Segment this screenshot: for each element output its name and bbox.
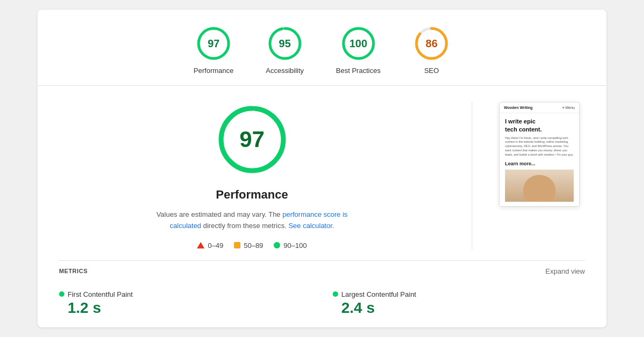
legend-good: 90–100	[274, 241, 306, 250]
big-score-value: 97	[239, 127, 265, 152]
score-value-performance: 97	[208, 38, 219, 50]
right-panel: Wooden Writing ≡ Menu I write epictech c…	[499, 102, 585, 250]
score-accessibility[interactable]: 95 Accessibility	[266, 25, 304, 75]
metrics-section: METRICS Expand view First Contentful Pai…	[38, 260, 606, 327]
metric-lcp-label-row: Largest Contentful Paint	[333, 290, 585, 298]
metric-lcp-value: 2.4 s	[333, 299, 585, 317]
vertical-divider	[472, 102, 472, 250]
metrics-grid: First Contentful Paint 1.2 s Largest Con…	[59, 290, 585, 317]
metric-lcp: Largest Contentful Paint 2.4 s	[333, 290, 585, 317]
face-illustration	[523, 175, 555, 202]
phone-mockup: Wooden Writing ≡ Menu I write epictech c…	[499, 102, 580, 207]
score-value-accessibility: 95	[279, 38, 291, 50]
perf-desc-before: Values are estimated and may vary. The	[156, 210, 282, 218]
phone-headline: I write epictech content.	[505, 118, 574, 133]
big-score-circle: 97	[215, 102, 290, 177]
left-panel: 97 Performance Values are estimated and …	[59, 102, 445, 250]
metric-fcp-label-row: First Contentful Paint	[59, 290, 311, 298]
legend: 0–49 50–89 90–100	[197, 241, 306, 250]
perf-desc: Values are estimated and may vary. The p…	[150, 209, 354, 232]
legend-good-label: 90–100	[283, 241, 306, 250]
score-seo[interactable]: 86 SEO	[413, 25, 450, 75]
perf-link2[interactable]: See calculator.	[288, 222, 334, 230]
scores-row: 97 Performance 95 Accessibility 10	[38, 10, 606, 86]
perf-title: Performance	[216, 188, 288, 202]
metric-fcp: First Contentful Paint 1.2 s	[59, 290, 311, 317]
legend-triangle-icon	[197, 242, 204, 248]
phone-brand: Wooden Writing	[504, 106, 532, 109]
metrics-header: METRICS Expand view	[59, 260, 585, 282]
score-label-best-practices: Best Practices	[336, 67, 380, 75]
phone-body: I write epictech content. Hey there! I'm…	[500, 113, 579, 206]
phone-menu-icon: ≡ Menu	[562, 106, 575, 109]
metric-lcp-dot	[333, 291, 338, 297]
phone-body-text: Hey there! I'm Kevin, and I write compel…	[505, 136, 574, 157]
score-value-seo: 86	[426, 38, 437, 50]
legend-average-label: 50–89	[244, 241, 263, 250]
score-circle-seo: 86	[413, 25, 450, 62]
legend-circle-icon	[274, 242, 280, 248]
metrics-title: METRICS	[59, 268, 87, 274]
metric-fcp-dot	[59, 291, 64, 297]
score-best-practices[interactable]: 100 Best Practices	[336, 25, 380, 75]
score-label-performance: Performance	[194, 67, 233, 75]
legend-bad-label: 0–49	[208, 241, 223, 250]
score-performance[interactable]: 97 Performance	[194, 25, 233, 75]
main-content: 97 Performance Values are estimated and …	[38, 86, 606, 260]
phone-image	[505, 170, 574, 202]
legend-average: 50–89	[234, 241, 263, 250]
metric-lcp-name: Largest Contentful Paint	[341, 290, 416, 298]
legend-bad: 0–49	[197, 241, 223, 250]
perf-desc-mid: directly from these metrics.	[201, 222, 289, 230]
score-circle-best-practices: 100	[340, 25, 377, 62]
score-label-seo: SEO	[424, 67, 438, 75]
score-circle-accessibility: 95	[266, 25, 304, 62]
metric-fcp-value: 1.2 s	[59, 299, 311, 317]
score-value-best-practices: 100	[349, 38, 367, 50]
metric-fcp-name: First Contentful Paint	[68, 290, 133, 298]
legend-square-icon	[234, 242, 240, 248]
score-circle-performance: 97	[195, 25, 232, 62]
phone-header: Wooden Writing ≡ Menu	[500, 102, 579, 113]
phone-cta: Learn more...	[505, 161, 574, 166]
expand-view-button[interactable]: Expand view	[545, 267, 585, 275]
main-card: 97 Performance 95 Accessibility 10	[38, 10, 606, 327]
score-label-accessibility: Accessibility	[266, 67, 304, 75]
